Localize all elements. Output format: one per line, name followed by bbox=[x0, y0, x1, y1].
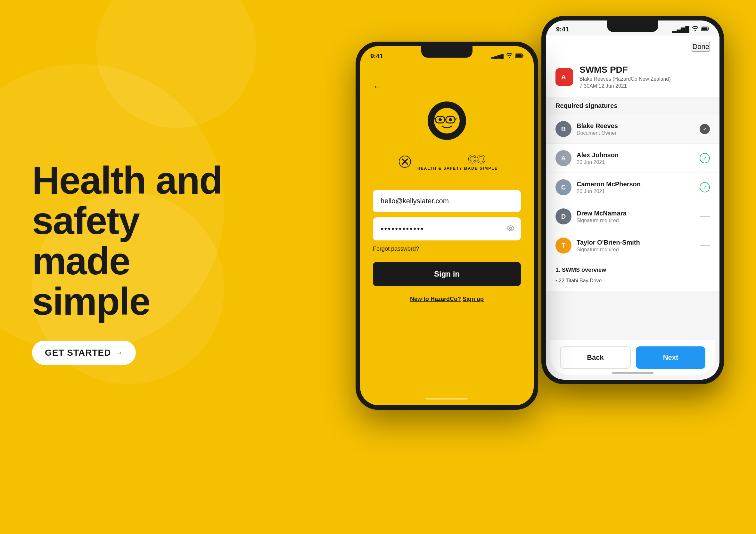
phone2-status-icons: ▂▄▆█ bbox=[672, 26, 709, 33]
cameron-name: Cameron McPherson bbox=[577, 181, 694, 188]
get-started-button[interactable]: GET STARTED → bbox=[32, 341, 136, 365]
swms-title: 1. SWMS overview bbox=[555, 267, 710, 273]
signal-icon: ▂▄▆█ bbox=[672, 26, 689, 33]
drew-info: Drew McNamara Signature required bbox=[577, 210, 694, 223]
phone1-wifi-icon bbox=[506, 53, 513, 60]
alex-avatar: A bbox=[555, 150, 572, 166]
pdf-icon: A bbox=[555, 68, 573, 86]
taylor-name: Taylor O'Brien-Smith bbox=[577, 239, 694, 246]
eye-icon[interactable] bbox=[507, 225, 514, 233]
headline: Health and safety made simple bbox=[32, 160, 224, 321]
blake-avatar: B bbox=[555, 121, 572, 137]
phone2-footer: Back Next bbox=[550, 340, 715, 375]
svg-text:A: A bbox=[561, 74, 566, 81]
cameron-avatar: C bbox=[555, 179, 572, 195]
signature-cameron: C Cameron McPherson 20 Jun 2021 ✓ bbox=[546, 173, 719, 202]
password-wrapper bbox=[373, 217, 521, 241]
phone1-signal-icon: ▂▄▆█ bbox=[491, 54, 503, 59]
swms-item: • 22 Titahi Bay Drive bbox=[555, 277, 710, 285]
phone2-screen: 9:41 ▂▄▆█ Done A bbox=[546, 20, 719, 380]
drew-dash bbox=[700, 216, 710, 217]
phone1-status-icons: ▂▄▆█ bbox=[491, 53, 524, 60]
svg-point-5 bbox=[434, 108, 460, 134]
swms-overview-section: 1. SWMS overview • 22 Titahi Bay Drive bbox=[546, 260, 719, 291]
phone1-content: ← bbox=[360, 63, 534, 405]
phone1-screen: 9:41 ▂▄▆█ ← bbox=[360, 46, 534, 405]
pdf-header: A SWMS PDF Blake Reeves (HazardCo New Ze… bbox=[546, 57, 719, 97]
svg-point-12 bbox=[449, 118, 452, 121]
back-arrow[interactable]: ← bbox=[373, 82, 382, 92]
signature-taylor: T Taylor O'Brien-Smith Signature require… bbox=[546, 231, 719, 260]
left-content: Health and safety made simple GET STARTE… bbox=[32, 160, 224, 365]
phone1-home-indicator bbox=[426, 398, 468, 399]
required-signatures-title: Required signatures bbox=[546, 97, 719, 114]
phones-container: 9:41 ▂▄▆█ Done A bbox=[339, 16, 724, 516]
hazardco-logo: HAZARDCO HEALTH & SAFETY MADE SIMPLE bbox=[396, 153, 498, 171]
signature-alex: A Alex Johnson 20 Jun 2021 ✓ bbox=[546, 144, 719, 173]
blake-sub: Document Owner bbox=[577, 130, 694, 136]
logo-icon bbox=[396, 153, 414, 171]
alex-name: Alex Johnson bbox=[577, 151, 694, 159]
sign-in-button[interactable]: Sign in bbox=[373, 262, 521, 286]
phone1-battery-icon bbox=[515, 53, 524, 60]
blake-check: ✓ bbox=[700, 124, 710, 134]
phone-login: 9:41 ▂▄▆█ ← bbox=[356, 41, 538, 410]
signature-drew: D Drew McNamara Signature required bbox=[546, 202, 719, 231]
svg-rect-4 bbox=[516, 54, 522, 57]
cameron-check: ✓ bbox=[700, 182, 710, 192]
sign-up-link[interactable]: Sign up bbox=[463, 296, 484, 302]
pdf-time: 7:30AM 12 Jun 2021 bbox=[580, 83, 671, 89]
alex-check: ✓ bbox=[700, 153, 710, 163]
taylor-avatar: T bbox=[555, 238, 572, 254]
phone2-notch bbox=[607, 20, 658, 32]
blake-info: Blake Reeves Document Owner bbox=[577, 122, 694, 136]
battery-icon bbox=[701, 26, 709, 33]
svg-rect-1 bbox=[702, 28, 708, 30]
done-button[interactable]: Done bbox=[691, 42, 710, 52]
phone-swms: 9:41 ▂▄▆█ Done A bbox=[541, 16, 724, 384]
signature-blake: B Blake Reeves Document Owner ✓ bbox=[546, 114, 719, 144]
back-button[interactable]: Back bbox=[560, 346, 631, 369]
wifi-icon bbox=[692, 26, 698, 33]
taylor-sub: Signature required bbox=[577, 247, 694, 253]
drew-avatar: D bbox=[555, 208, 572, 224]
pdf-title: SWMS PDF bbox=[580, 65, 671, 75]
taylor-info: Taylor O'Brien-Smith Signature required bbox=[577, 239, 694, 253]
phone2-done-header: Done bbox=[546, 36, 719, 57]
cameron-info: Cameron McPherson 20 Jun 2021 bbox=[577, 181, 694, 194]
svg-point-11 bbox=[439, 118, 442, 121]
alex-date: 20 Jun 2021 bbox=[577, 160, 694, 165]
drew-sub: Signature required bbox=[577, 218, 694, 223]
next-button[interactable]: Next bbox=[636, 346, 705, 369]
phone1-notch bbox=[421, 46, 472, 58]
alex-info: Alex Johnson 20 Jun 2021 bbox=[577, 151, 694, 165]
phone2-home-indicator bbox=[612, 372, 654, 374]
email-input[interactable] bbox=[373, 190, 521, 212]
pdf-info: SWMS PDF Blake Reeves (HazardCo New Zeal… bbox=[580, 65, 671, 89]
phone2-time: 9:41 bbox=[556, 26, 569, 33]
logo-name: HAZARDCO bbox=[418, 153, 498, 166]
logo-text: HAZARDCO HEALTH & SAFETY MADE SIMPLE bbox=[418, 153, 498, 171]
user-avatar-circle bbox=[428, 101, 466, 140]
new-user-text: New to HazardCo? Sign up bbox=[410, 296, 484, 303]
svg-point-16 bbox=[510, 227, 512, 230]
password-input[interactable] bbox=[373, 217, 521, 241]
phone1-time: 9:41 bbox=[370, 53, 383, 60]
logo-tagline: HEALTH & SAFETY MADE SIMPLE bbox=[418, 166, 498, 171]
forgot-password-link[interactable]: Forgot password? bbox=[373, 245, 419, 252]
drew-name: Drew McNamara bbox=[577, 210, 694, 217]
pdf-subtitle: Blake Reeves (HazardCo New Zealand) bbox=[580, 76, 671, 82]
taylor-dash bbox=[700, 245, 710, 246]
cameron-date: 20 Jun 2021 bbox=[577, 189, 694, 194]
blake-name: Blake Reeves bbox=[577, 122, 694, 130]
